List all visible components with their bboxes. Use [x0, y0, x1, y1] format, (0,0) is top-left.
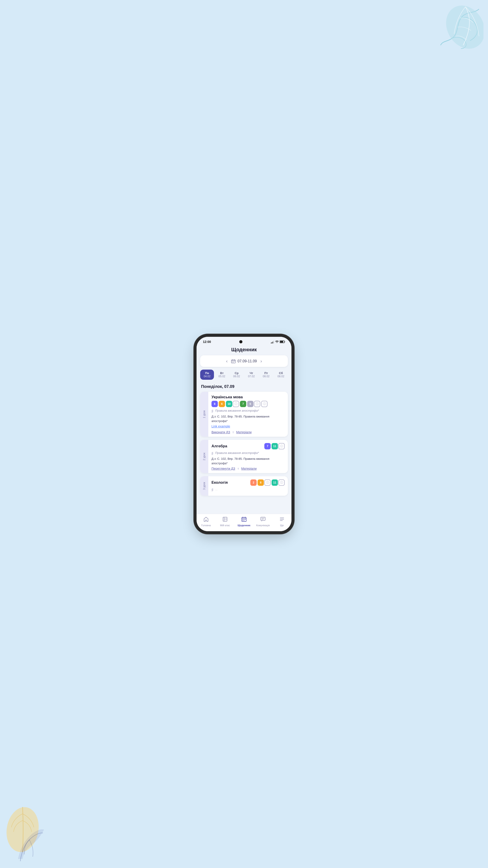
lesson-number-bar-1: 2 урок [200, 440, 208, 473]
lesson-actions-0: Виконати ДЗ ↑ Матеріали [212, 430, 285, 434]
list-icon [280, 517, 285, 523]
lesson-section-2: § ... [212, 488, 285, 492]
battery-icon [280, 340, 285, 343]
lesson-section-1: § Правила вживання апострофа* [212, 451, 285, 455]
day-tab-5[interactable]: Сб 08.02 [274, 370, 288, 380]
nav-item-more[interactable]: Ще [272, 516, 291, 528]
day-tab-date-2: 06.02 [233, 375, 240, 378]
day-tab-3[interactable]: Чт 07.02 [245, 370, 258, 380]
lesson-title-2: Екологія [212, 480, 228, 485]
day-tab-date-0: 04.02 [204, 375, 210, 378]
day-tab-name-0: Пн [205, 371, 209, 375]
svg-rect-14 [234, 361, 235, 362]
svg-rect-30 [261, 517, 265, 520]
nav-label-communication: Комунікація [256, 524, 270, 527]
svg-rect-16 [233, 362, 234, 363]
badge-0-2[interactable]: 10 [226, 401, 232, 407]
lesson-hw-0: Д.з: С. 102, Впр. 78-85. Правила вживанн… [212, 414, 285, 423]
svg-rect-6 [285, 341, 285, 342]
svg-rect-25 [242, 519, 243, 520]
phone-frame: 12:00 Щоденник [197, 337, 291, 531]
lesson-body-1: Алгебра 7 11 ⓘ § [208, 440, 288, 473]
lesson-card-2: 3 урок Екологія 2 6 ⓘ [200, 476, 288, 496]
prev-date-button[interactable]: ‹ [226, 359, 228, 364]
badge-info-0-4[interactable]: ⓘ [254, 401, 260, 407]
grade-badges-0: 8 6 10 ⓘ 7 [212, 401, 267, 407]
lesson-card-1: 2 урок Алгебра 7 11 ⓘ [200, 440, 288, 473]
day-tab-name-1: Вт [220, 371, 224, 375]
badge-0-0[interactable]: 8 [212, 401, 218, 407]
badge-info-0-2[interactable]: ⓘ [233, 401, 239, 407]
badge-0-3[interactable]: 7 [240, 401, 246, 407]
lesson-section-0: § Правила вживання апострофа* [212, 409, 285, 413]
badge-0-1[interactable]: 6 [219, 401, 225, 407]
badge-info-0-5[interactable]: ⓘ [261, 401, 267, 407]
svg-marker-4 [273, 340, 274, 343]
nav-label-home: Головна [201, 524, 211, 527]
day-tab-date-4: 08.02 [263, 375, 269, 378]
nav-item-diary[interactable]: Щоденник [234, 516, 254, 528]
svg-marker-2 [271, 342, 271, 343]
calendar-icon [231, 359, 236, 363]
upload-icon-0: ↑ [232, 430, 234, 434]
day-tab-2[interactable]: Ср 06.02 [230, 370, 243, 380]
section-text-1: Правила вживання апострофа* [215, 451, 259, 455]
nav-label-class: Мій клас [220, 524, 230, 527]
badge-1-0[interactable]: 7 [264, 443, 271, 450]
action-materials-0[interactable]: Матеріали [236, 430, 252, 434]
day-tab-0[interactable]: Пн 04.02 [200, 370, 214, 380]
day-heading: Понеділок, 07.09 [197, 383, 291, 392]
badge-0-4[interactable]: 6 [247, 401, 254, 407]
day-tab-1[interactable]: Вт 05.02 [215, 370, 229, 380]
lesson-title-0: Українська мова [212, 395, 242, 399]
next-date-button[interactable]: › [260, 359, 262, 364]
svg-rect-29 [244, 520, 245, 521]
nav-item-communication[interactable]: Комунікація [254, 516, 272, 528]
action-review-hw-1[interactable]: Переглянути ДЗ [212, 467, 235, 470]
day-tab-date-3: 07.02 [248, 375, 255, 378]
badge-info-1-1[interactable]: ⓘ [278, 443, 285, 450]
nav-item-home[interactable]: Головна [197, 516, 216, 528]
badge-group-0-2: 10 ⓘ [226, 401, 239, 407]
badge-info-2-1[interactable]: ⓘ [264, 479, 271, 486]
app-header: Щоденник [197, 345, 291, 355]
decorative-leaf-bottom-left2 [13, 827, 45, 864]
day-tab-name-3: Чт [250, 371, 253, 375]
wifi-icon [275, 340, 279, 343]
day-tab-date-1: 05.02 [219, 375, 225, 378]
chat-icon [260, 517, 265, 523]
home-icon [203, 517, 209, 523]
lesson-title-1: Алгебра [212, 444, 227, 448]
action-materials-1[interactable]: Матеріали [241, 467, 257, 470]
status-bar: 12:00 [197, 337, 291, 345]
badge-2-0[interactable]: 2 [250, 479, 257, 486]
day-tabs-container: Пн 04.02 Вт 05.02 Ср 06.02 Чт 07.02 Пт 0… [200, 370, 288, 380]
status-time: 12:00 [203, 340, 211, 344]
badge-2-2[interactable]: 11 [271, 479, 278, 486]
lesson-hw-1: Д.з: С. 102, Впр. 78-85. Правила вживанн… [212, 457, 285, 465]
svg-point-0 [438, 4, 484, 50]
lesson-body-0: Українська мова 8 6 10 ⓘ [208, 392, 288, 437]
day-tab-name-2: Ср [235, 371, 238, 375]
svg-marker-3 [272, 341, 273, 343]
status-icons [271, 340, 285, 343]
badge-group-0-4: 6 ⓘ [247, 401, 260, 407]
section-text-0: Правила вживання апострофа* [215, 409, 259, 412]
svg-rect-28 [242, 520, 243, 521]
badge-group-1-1: 11 ⓘ [271, 443, 285, 450]
badge-2-1[interactable]: 6 [258, 479, 264, 486]
lesson-link-0[interactable]: Link example [212, 425, 285, 428]
date-range-display: 07.09-11.09 [231, 359, 257, 363]
badge-info-2-2[interactable]: ⓘ [278, 479, 285, 486]
nav-label-diary: Щоденник [238, 524, 250, 527]
lesson-actions-1: Переглянути ДЗ ↑ Матеріали [212, 467, 285, 470]
badge-1-1[interactable]: 11 [271, 443, 278, 450]
badge-group-2-1: 6 ⓘ [258, 479, 271, 486]
nav-item-class[interactable]: Мій клас [216, 516, 234, 528]
action-complete-hw-0[interactable]: Виконати ДЗ [212, 430, 230, 434]
grade-badges-2: 2 6 ⓘ 11 ⓘ [250, 479, 285, 486]
lesson-card-0: 1 урок Українська мова 8 6 10 [200, 392, 288, 437]
day-tab-4[interactable]: Пт 08.02 [259, 370, 273, 380]
bottom-nav: Головна Мій клас [197, 514, 291, 531]
nav-label-more: Ще [280, 524, 284, 527]
